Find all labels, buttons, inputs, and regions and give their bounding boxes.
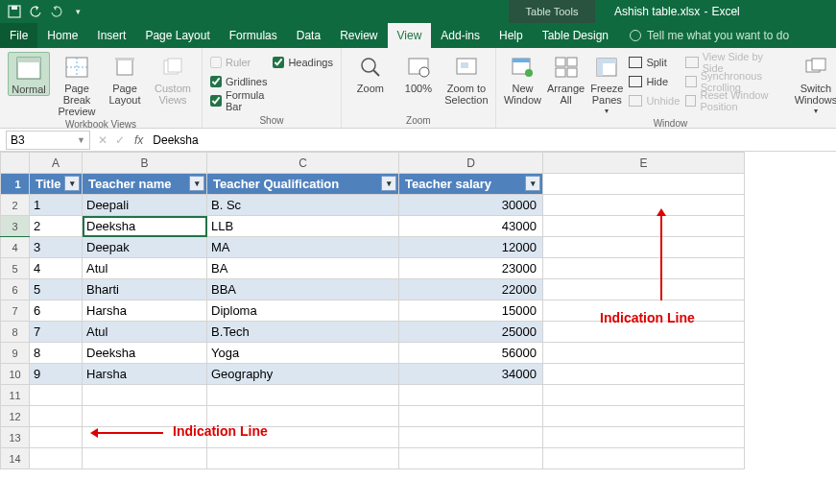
tab-table-design[interactable]: Table Design [533, 23, 618, 48]
cell[interactable]: 6 [30, 300, 83, 322]
normal-view-button[interactable]: Normal [8, 52, 50, 96]
cell[interactable]: 34000 [399, 364, 543, 385]
filter-button[interactable] [189, 176, 204, 191]
col-header-C[interactable]: C [207, 153, 399, 174]
cell[interactable] [207, 385, 399, 406]
cell[interactable] [543, 448, 745, 469]
table-header-title[interactable]: Title [30, 174, 83, 195]
save-icon[interactable] [6, 3, 23, 20]
cell[interactable]: Deepali [83, 195, 207, 216]
cell[interactable] [399, 427, 543, 448]
cell[interactable]: 2 [30, 216, 83, 237]
cell[interactable]: MA [207, 237, 399, 258]
cell[interactable]: Geography [207, 364, 399, 385]
cell[interactable] [543, 174, 745, 195]
cell[interactable]: 25000 [399, 322, 543, 343]
cell[interactable]: Diploma [207, 300, 399, 322]
row-header[interactable]: 10 [1, 364, 30, 385]
formula-bar-checkbox[interactable]: Formula Bar [210, 92, 267, 109]
custom-views-button[interactable]: Custom Views [152, 52, 194, 106]
cell[interactable]: Bharti [83, 279, 207, 300]
cell[interactable] [83, 448, 207, 469]
cell[interactable] [399, 406, 543, 427]
cell[interactable] [30, 427, 83, 448]
col-header-D[interactable]: D [399, 153, 543, 174]
cell[interactable]: 8 [30, 343, 83, 364]
tab-formulas[interactable]: Formulas [220, 23, 287, 48]
tell-me[interactable]: Tell me what you want to do [630, 23, 789, 48]
tab-review[interactable]: Review [330, 23, 387, 48]
cell[interactable] [207, 448, 399, 469]
view-side-by-side-button[interactable]: View Side by Side [685, 54, 783, 71]
worksheet-grid[interactable]: A B C D E 1 Title Teacher name Teacher Q… [0, 152, 836, 469]
cell[interactable]: 23000 [399, 258, 543, 279]
cell[interactable] [83, 427, 207, 448]
unhide-button[interactable]: Unhide [629, 92, 680, 109]
cell[interactable]: Yoga [207, 343, 399, 364]
row-header[interactable]: 1 [1, 174, 30, 195]
redo-icon[interactable] [48, 3, 65, 20]
row-header[interactable]: 7 [1, 300, 30, 322]
cell[interactable]: 56000 [399, 343, 543, 364]
row-header[interactable]: 12 [1, 406, 30, 427]
cell[interactable]: B.Tech [207, 322, 399, 343]
cell[interactable]: Atul [83, 322, 207, 343]
hide-button[interactable]: Hide [629, 73, 680, 90]
cell[interactable] [30, 448, 83, 469]
cell[interactable]: BBA [207, 279, 399, 300]
qat-dropdown-icon[interactable]: ▾ [69, 3, 86, 20]
row-header[interactable]: 4 [1, 237, 30, 258]
table-header-qualification[interactable]: Teacher Qualification [207, 174, 399, 195]
cancel-icon[interactable]: ✕ [98, 133, 107, 147]
name-box[interactable]: B3 ▼ [6, 131, 90, 150]
page-break-preview-button[interactable]: Page Break Preview [56, 52, 98, 117]
row-header[interactable]: 5 [1, 258, 30, 279]
cell[interactable]: 1 [30, 195, 83, 216]
new-window-button[interactable]: New Window [504, 52, 541, 106]
cell[interactable]: 9 [30, 364, 83, 385]
filter-button[interactable] [525, 176, 540, 191]
row-header[interactable]: 2 [1, 195, 30, 216]
tab-file[interactable]: File [0, 23, 37, 48]
ruler-checkbox[interactable]: Ruler [210, 54, 267, 71]
row-header[interactable]: 3 [1, 216, 30, 237]
cell[interactable] [83, 406, 207, 427]
row-header[interactable]: 11 [1, 385, 30, 406]
reset-window-button[interactable]: Reset Window Position [685, 92, 783, 109]
col-header-E[interactable]: E [543, 153, 745, 174]
gridlines-checkbox[interactable]: Gridlines [210, 73, 267, 90]
cell[interactable]: 5 [30, 279, 83, 300]
tab-insert[interactable]: Insert [87, 23, 135, 48]
cell[interactable] [543, 427, 745, 448]
cell[interactable]: Harsha [83, 364, 207, 385]
page-layout-button[interactable]: Page Layout [104, 52, 146, 106]
cell[interactable]: B. Sc [207, 195, 399, 216]
cell[interactable]: 30000 [399, 195, 543, 216]
row-header[interactable]: 14 [1, 448, 30, 469]
zoom-to-selection-button[interactable]: Zoom to Selection [445, 52, 488, 106]
cell[interactable]: Harsha [83, 300, 207, 322]
tab-home[interactable]: Home [37, 23, 87, 48]
row-header[interactable]: 8 [1, 322, 30, 343]
filter-button[interactable] [381, 176, 396, 191]
cell[interactable] [543, 300, 745, 322]
col-header-B[interactable]: B [83, 153, 207, 174]
cell[interactable] [207, 406, 399, 427]
cell[interactable]: Deeksha [83, 343, 207, 364]
cell[interactable]: 12000 [399, 237, 543, 258]
row-header[interactable]: 13 [1, 427, 30, 448]
zoom-100-button[interactable]: 100% [397, 52, 440, 94]
row-header[interactable]: 9 [1, 343, 30, 364]
select-all-corner[interactable] [1, 153, 30, 174]
cell[interactable] [543, 385, 745, 406]
cell[interactable]: Atul [83, 258, 207, 279]
cell[interactable]: 7 [30, 322, 83, 343]
arrange-all-button[interactable]: Arrange All [547, 52, 585, 106]
headings-checkbox[interactable]: Headings [273, 54, 332, 71]
row-header[interactable]: 6 [1, 279, 30, 300]
freeze-panes-button[interactable]: Freeze Panes ▾ [590, 52, 623, 116]
cell[interactable] [399, 385, 543, 406]
cell[interactable] [399, 448, 543, 469]
cell[interactable]: LLB [207, 216, 399, 237]
switch-windows-button[interactable]: Switch Windows ▾ [795, 52, 836, 116]
